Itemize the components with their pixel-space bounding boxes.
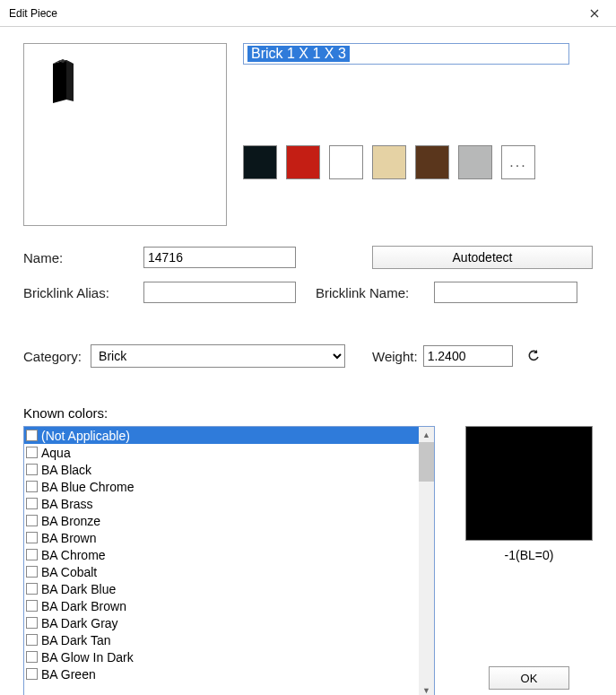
list-item[interactable]: BA Green: [24, 665, 419, 682]
list-item-label: BA Dark Tan: [41, 633, 111, 647]
list-item-label: BA Glow In Dark: [41, 650, 134, 665]
list-item[interactable]: Aqua: [24, 444, 419, 461]
list-item[interactable]: BA Brass: [24, 495, 419, 512]
recent-colors-row: ...: [243, 145, 593, 179]
list-item[interactable]: BA Chrome: [24, 546, 419, 563]
list-item[interactable]: BA Cobalt: [24, 563, 419, 580]
refresh-icon: [527, 350, 540, 362]
weight-label: Weight:: [372, 349, 418, 364]
scroll-down-button[interactable]: ▼: [419, 682, 434, 695]
color-preview-label: -1(BL=0): [505, 548, 554, 562]
bricklink-alias-input[interactable]: [143, 282, 296, 303]
list-item-label: BA Cobalt: [41, 565, 97, 579]
checkbox-icon[interactable]: [26, 600, 38, 612]
svg-marker-0: [53, 60, 66, 103]
color-swatch-brown[interactable]: [415, 145, 449, 179]
category-label: Category:: [23, 349, 82, 364]
known-colors-listbox[interactable]: (Not Applicable)AquaBA BlackBA Blue Chro…: [23, 426, 435, 695]
color-swatch-lightgray[interactable]: [458, 145, 492, 179]
color-preview-swatch: [465, 426, 593, 541]
svg-point-3: [61, 59, 65, 63]
list-item-label: BA Dark Brown: [41, 599, 126, 613]
refresh-weight-button[interactable]: [525, 348, 542, 364]
category-select[interactable]: Brick: [91, 344, 345, 368]
list-item-label: BA Dark Blue: [41, 582, 116, 596]
list-item-label: Aqua: [41, 446, 71, 460]
checkbox-icon[interactable]: [26, 668, 38, 680]
list-item[interactable]: BA Black: [24, 461, 419, 478]
list-item-label: BA Brown: [41, 531, 96, 545]
list-item-label: BA Green: [41, 667, 96, 682]
close-button[interactable]: [574, 1, 614, 26]
list-item[interactable]: BA Dark Tan: [24, 631, 419, 648]
color-swatch-red[interactable]: [286, 145, 320, 179]
list-item[interactable]: BA Blue Chrome: [24, 478, 419, 495]
checkbox-icon[interactable]: [26, 617, 38, 629]
checkbox-icon[interactable]: [26, 447, 38, 458]
known-colors-list-inner: (Not Applicable)AquaBA BlackBA Blue Chro…: [24, 427, 419, 695]
checkbox-icon[interactable]: [26, 532, 38, 543]
list-item-label: (Not Applicable): [41, 429, 130, 443]
more-colors-button[interactable]: ...: [501, 145, 535, 179]
piece-thumbnail: [27, 47, 96, 116]
window-title: Edit Piece: [9, 7, 574, 20]
close-icon: [590, 9, 599, 18]
ok-button[interactable]: OK: [489, 666, 569, 690]
checkbox-icon[interactable]: [26, 651, 38, 663]
checkbox-icon[interactable]: [26, 566, 38, 578]
bricklink-name-label: Bricklink Name:: [316, 285, 434, 300]
autodetect-button[interactable]: Autodetect: [372, 246, 593, 269]
checkbox-icon[interactable]: [26, 634, 38, 646]
color-swatch-white[interactable]: [329, 145, 363, 179]
list-item-label: BA Dark Gray: [41, 616, 118, 630]
bricklink-alias-label: Bricklink Alias:: [23, 285, 143, 300]
checkbox-icon[interactable]: [26, 498, 38, 509]
checkbox-icon[interactable]: [26, 481, 38, 492]
list-item-label: BA Blue Chrome: [41, 480, 134, 494]
checkbox-icon[interactable]: [26, 549, 38, 560]
list-item[interactable]: (Not Applicable): [24, 427, 419, 444]
list-item[interactable]: BA Brown: [24, 529, 419, 546]
list-item-label: BA Brass: [41, 497, 93, 511]
list-item[interactable]: BA Dark Gray: [24, 614, 419, 631]
known-colors-label: Known colors:: [23, 405, 593, 421]
list-item-label: BA Bronze: [41, 514, 100, 528]
list-item-label: BA Black: [41, 463, 91, 477]
titlebar: Edit Piece: [0, 0, 616, 27]
piece-title-text: Brick 1 X 1 X 3: [247, 46, 351, 62]
checkbox-icon[interactable]: [26, 464, 38, 475]
list-item[interactable]: BA Dark Blue: [24, 580, 419, 597]
weight-input[interactable]: [423, 345, 513, 367]
piece-preview-frame: [23, 43, 227, 226]
scroll-track[interactable]: [419, 442, 434, 682]
list-item[interactable]: BA Bronze: [24, 512, 419, 529]
bricklink-name-input[interactable]: [434, 282, 577, 303]
list-item-label: BA Chrome: [41, 548, 106, 562]
scroll-thumb[interactable]: [419, 442, 434, 482]
list-item[interactable]: BA Glow In Dark: [24, 648, 419, 665]
name-label: Name:: [23, 250, 143, 265]
svg-marker-1: [66, 60, 74, 101]
list-item[interactable]: BA Dark Brown: [24, 597, 419, 614]
piece-title-input[interactable]: Brick 1 X 1 X 3: [243, 43, 569, 65]
listbox-scrollbar[interactable]: ▲ ▼: [419, 427, 434, 695]
checkbox-icon[interactable]: [26, 515, 38, 526]
scroll-up-button[interactable]: ▲: [419, 427, 434, 442]
name-input[interactable]: [143, 247, 296, 268]
color-swatch-tan[interactable]: [372, 145, 406, 179]
checkbox-icon[interactable]: [26, 583, 38, 595]
color-swatch-black[interactable]: [243, 145, 277, 179]
checkbox-icon[interactable]: [26, 430, 38, 441]
